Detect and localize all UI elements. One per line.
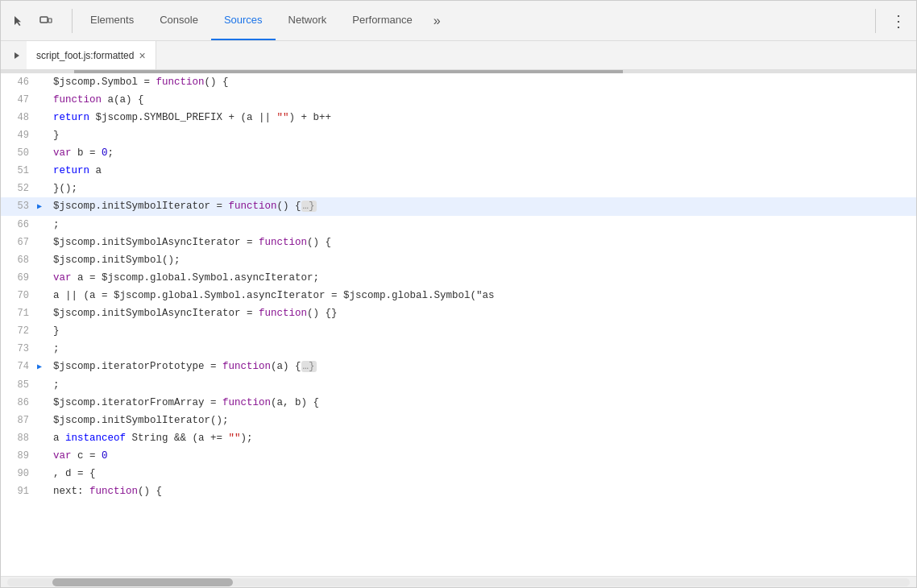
line-code-content: $jscomp.initSymbol(); xyxy=(50,251,916,269)
line-number: 52 xyxy=(1,180,37,197)
tab-performance[interactable]: Performance xyxy=(339,1,425,40)
code-line: 72} xyxy=(1,322,916,340)
line-number: 88 xyxy=(1,429,37,447)
file-tab-close-icon[interactable]: × xyxy=(139,50,145,61)
code-line: 86$jscomp.iteratorFromArray = function(a… xyxy=(1,394,916,412)
line-code-content: return $jscomp.SYMBOL_PREFIX + (a || "")… xyxy=(50,109,916,126)
inspect-element-icon[interactable] xyxy=(7,10,30,32)
code-line: 70 a || (a = $jscomp.global.Symbol.async… xyxy=(1,287,916,304)
line-number: 85 xyxy=(1,376,37,394)
line-code-content: next: function() { xyxy=(50,482,916,500)
line-code-content: $jscomp.initSymbolAsyncIterator = functi… xyxy=(50,304,916,322)
code-line: 91 next: function() { xyxy=(1,482,916,500)
svg-rect-1 xyxy=(48,19,52,23)
tab-console[interactable]: Console xyxy=(147,1,211,40)
line-code-content: var b = 0; xyxy=(50,144,916,162)
code-line: 51 return a xyxy=(1,162,916,180)
code-line: 69 var a = $jscomp.global.Symbol.asyncIt… xyxy=(1,269,916,287)
line-number: 46 xyxy=(1,73,37,91)
code-line: 85; xyxy=(1,376,916,394)
file-tab-script[interactable]: script_foot.js:formatted × xyxy=(27,41,156,69)
line-code-content: $jscomp.Symbol = function() { xyxy=(50,73,916,91)
line-number: 87 xyxy=(1,412,37,429)
scrollbar-track[interactable] xyxy=(7,578,910,586)
code-line: 71 $jscomp.initSymbolAsyncIterator = fun… xyxy=(1,304,916,322)
line-code-content: var a = $jscomp.global.Symbol.asyncItera… xyxy=(50,269,916,287)
code-line: 46$jscomp.Symbol = function() { xyxy=(1,73,916,91)
file-nav-forward-icon[interactable] xyxy=(7,46,27,65)
line-code-content: return a xyxy=(50,162,916,180)
line-code-content: } xyxy=(50,126,916,144)
line-number: 47 xyxy=(1,91,37,109)
line-number: 86 xyxy=(1,394,37,412)
line-number: 51 xyxy=(1,162,37,180)
tab-network[interactable]: Network xyxy=(276,1,340,40)
code-content[interactable]: 46$jscomp.Symbol = function() {47 functi… xyxy=(1,73,916,576)
line-number: 48 xyxy=(1,109,37,126)
line-collapse-arrow[interactable]: ▶ xyxy=(37,358,50,376)
line-code-content: ; xyxy=(50,376,916,394)
code-line: 47 function a(a) { xyxy=(1,91,916,109)
tab-sources[interactable]: Sources xyxy=(211,1,276,40)
devtools-window: Elements Console Sources Network Perform… xyxy=(0,0,917,588)
line-number: 70 xyxy=(1,287,37,304)
code-line: 87 $jscomp.initSymbolIterator(); xyxy=(1,412,916,429)
line-number: 67 xyxy=(1,234,37,251)
line-code-content: $jscomp.initSymbolIterator = function() … xyxy=(50,197,916,215)
code-line: 50 var b = 0; xyxy=(1,144,916,162)
line-number: 72 xyxy=(1,322,37,340)
svg-rect-0 xyxy=(40,17,48,23)
nav-end-icons: ⋮ xyxy=(887,10,910,32)
settings-menu-icon[interactable]: ⋮ xyxy=(887,10,910,32)
scrollbar-thumb[interactable] xyxy=(52,578,233,586)
line-code-content: a || (a = $jscomp.global.Symbol.asyncIte… xyxy=(50,287,916,304)
line-code-content: , d = { xyxy=(50,465,916,482)
svg-marker-2 xyxy=(15,52,19,59)
line-number: 66 xyxy=(1,216,37,234)
line-number: 71 xyxy=(1,304,37,322)
scroll-position-bar xyxy=(74,70,624,73)
top-nav-bar: Elements Console Sources Network Perform… xyxy=(1,1,916,41)
line-code-content: } xyxy=(50,322,916,340)
code-editor: 46$jscomp.Symbol = function() {47 functi… xyxy=(1,73,916,587)
nav-icons xyxy=(7,10,57,32)
code-line: 74▶$jscomp.iteratorPrototype = function(… xyxy=(1,358,916,376)
code-line: 89 var c = 0 xyxy=(1,447,916,465)
line-code-content: a instanceof String && (a += ""); xyxy=(50,429,916,447)
line-code-content: function a(a) { xyxy=(50,91,916,109)
line-number: 90 xyxy=(1,465,37,482)
line-code-content: $jscomp.initSymbolAsyncIterator = functi… xyxy=(50,234,916,251)
line-code-content: $jscomp.iteratorPrototype = function(a) … xyxy=(50,358,916,375)
nav-divider xyxy=(72,9,73,33)
nav-tabs: Elements Console Sources Network Perform… xyxy=(77,1,870,40)
line-code-content: ; xyxy=(50,216,916,234)
line-number: 74 xyxy=(1,358,37,375)
code-line: 49 } xyxy=(1,126,916,144)
horizontal-scroll-indicator xyxy=(1,70,916,73)
line-number: 69 xyxy=(1,269,37,287)
line-number: 73 xyxy=(1,340,37,358)
line-number: 68 xyxy=(1,251,37,269)
code-line: 52}(); xyxy=(1,180,916,197)
line-number: 50 xyxy=(1,144,37,162)
line-collapse-arrow[interactable]: ▶ xyxy=(37,198,50,216)
line-code-content: ; xyxy=(50,340,916,358)
line-number: 53 xyxy=(1,197,37,215)
file-tab-name: script_foot.js:formatted xyxy=(36,50,134,61)
line-code-content: var c = 0 xyxy=(50,447,916,465)
nav-divider-2 xyxy=(875,9,876,33)
code-line: 73; xyxy=(1,340,916,358)
code-line: 67$jscomp.initSymbolAsyncIterator = func… xyxy=(1,234,916,251)
line-code-content: }(); xyxy=(50,180,916,197)
horizontal-scrollbar[interactable] xyxy=(1,576,916,587)
code-line: 48 return $jscomp.SYMBOL_PREFIX + (a || … xyxy=(1,109,916,126)
line-number: 89 xyxy=(1,447,37,465)
line-code-content: $jscomp.iteratorFromArray = function(a, … xyxy=(50,394,916,412)
code-line: 53▶$jscomp.initSymbolIterator = function… xyxy=(1,197,916,216)
device-toolbar-icon[interactable] xyxy=(35,10,57,32)
line-number: 49 xyxy=(1,126,37,144)
more-tabs-button[interactable]: » xyxy=(425,1,449,40)
code-line: 90 , d = { xyxy=(1,465,916,482)
line-number: 91 xyxy=(1,482,37,500)
tab-elements[interactable]: Elements xyxy=(77,1,147,40)
